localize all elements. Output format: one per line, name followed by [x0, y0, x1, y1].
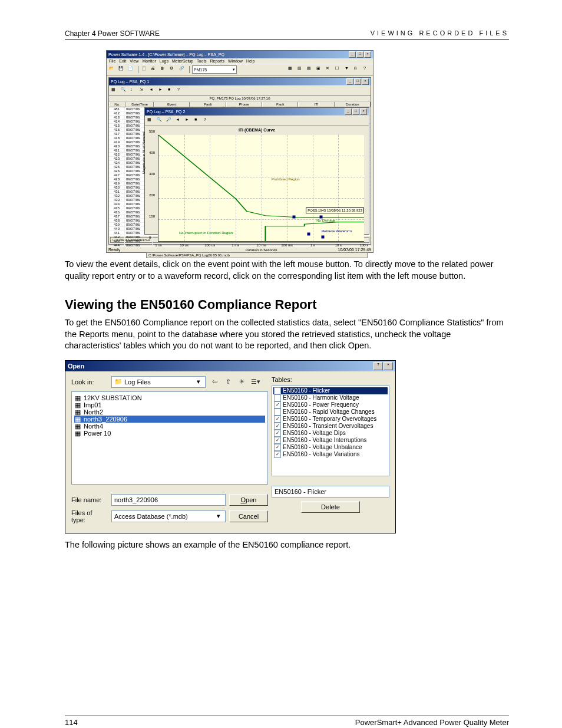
preview-icon[interactable]: 🗎	[160, 65, 168, 74]
menu-view[interactable]: View	[130, 59, 138, 63]
checkbox[interactable]: ✓	[274, 451, 281, 458]
close-icon[interactable]: ×	[384, 362, 393, 370]
back-icon[interactable]: ⇦	[209, 377, 220, 387]
col-event[interactable]: Event	[154, 102, 190, 107]
file-item[interactable]: ▦Imp01	[74, 401, 265, 409]
minimize-icon[interactable]: _	[346, 78, 353, 85]
menu-file[interactable]: File	[109, 59, 115, 63]
tool-icon[interactable]: ?	[363, 65, 371, 74]
tool-icon[interactable]: ▣	[316, 65, 324, 74]
views-icon[interactable]: ☰▾	[250, 377, 261, 387]
inner1-titlebar[interactable]: PQ Log – PSA_PQ 1 _ □ ×	[109, 78, 371, 85]
help-icon[interactable]: ?	[177, 87, 185, 95]
inner2-titlebar[interactable]: PQ Log – PSA_PQ 2 _ □ ×	[145, 108, 369, 116]
col-iti[interactable]: ITI	[298, 102, 334, 107]
event-point[interactable]	[307, 232, 310, 235]
up-icon[interactable]: ⇧	[223, 377, 234, 387]
event-point[interactable]	[319, 216, 322, 219]
checkbox[interactable]: ✓	[274, 444, 281, 451]
table-row[interactable]: 44409/07/06	[109, 243, 371, 248]
menu-tools[interactable]: Tools	[197, 59, 206, 63]
checkbox[interactable]	[274, 387, 281, 394]
checkbox[interactable]: ✓	[274, 430, 281, 437]
checkbox[interactable]	[274, 409, 281, 416]
file-item[interactable]: ▦Power 10	[74, 430, 265, 437]
file-item[interactable]: ▦North4	[74, 423, 265, 430]
lookin-combo[interactable]: 📁 Log Files ▾	[111, 376, 206, 388]
checkbox[interactable]	[274, 394, 281, 401]
delete-button[interactable]: Delete	[301, 501, 360, 513]
file-item[interactable]: ▦North2	[74, 409, 265, 416]
nav-icon[interactable]: ◄	[148, 87, 157, 95]
event-point[interactable]	[293, 216, 296, 219]
filename-input[interactable]: north3_220906	[111, 494, 226, 506]
menu-metersetup[interactable]: MeterSetup	[172, 59, 193, 63]
open-button[interactable]: Open	[229, 494, 268, 506]
tool-icon[interactable]: ▦	[287, 65, 296, 74]
zoomout-icon[interactable]: 🔎	[166, 117, 174, 125]
settings-icon[interactable]: ⚙	[169, 65, 177, 74]
grid-icon[interactable]: ▦	[147, 117, 155, 125]
main-titlebar[interactable]: Power Software 1.4 - [C:\Power Software]…	[107, 51, 373, 58]
col-no[interactable]: No.	[109, 102, 125, 107]
cancel-button[interactable]: Cancel	[229, 510, 268, 522]
table-item[interactable]: ✓EN50160 - Voltage Variations	[273, 451, 388, 458]
maximize-icon[interactable]: □	[354, 78, 361, 85]
chart-window[interactable]: PQ Log – PSA_PQ 2 _ □ × ▦ 🔍 🔎 ◄	[144, 107, 369, 235]
table-item[interactable]: ✓EN50160 - Transient Overvoltages	[273, 423, 388, 430]
nav-icon[interactable]: ◄	[175, 117, 183, 125]
newfolder-icon[interactable]: ✳	[236, 377, 247, 387]
table-item[interactable]: EN50160 - Rapid Voltage Changes	[273, 409, 388, 416]
filetype-combo[interactable]: Access Database (*.mdb) ▾	[111, 510, 226, 522]
table-item[interactable]: ✓EN50160 - Voltage Interruptions	[273, 437, 388, 444]
file-item[interactable]: ▦north3_220906	[74, 416, 265, 423]
table-item[interactable]: ✓EN50160 - Voltage Dips	[273, 430, 388, 437]
print-icon[interactable]: 🖨	[150, 65, 158, 74]
checkbox[interactable]: ✓	[274, 416, 281, 423]
col-duration[interactable]: Duration	[335, 102, 371, 107]
tool-icon[interactable]: ✕	[325, 65, 333, 74]
tool-icon[interactable]: ☐	[335, 65, 343, 74]
table-item[interactable]: ✓EN50160 - Voltage Unbalance	[273, 444, 388, 451]
tool-icon[interactable]: ▤	[306, 65, 315, 74]
close-icon[interactable]: ×	[362, 78, 369, 85]
close-icon[interactable]: ×	[360, 108, 367, 115]
help-icon[interactable]: ?	[373, 362, 383, 370]
col-datetime[interactable]: Date/Time	[125, 102, 154, 107]
report-icon[interactable]: 📄	[127, 65, 135, 74]
grid-icon[interactable]: ▦	[111, 87, 119, 95]
save-icon[interactable]: 💾	[118, 65, 126, 74]
tool-icon[interactable]: ⎙	[353, 65, 362, 74]
device-combo[interactable]: PM175 ▾	[192, 65, 237, 74]
table-item[interactable]: EN50160 - Harmonic Voltage	[273, 394, 388, 401]
maximize-icon[interactable]: □	[356, 51, 363, 58]
col-phase[interactable]: Phase	[226, 102, 262, 107]
event-point[interactable]	[322, 236, 325, 239]
export-icon[interactable]: ⇲	[139, 87, 147, 95]
nav-icon[interactable]: ►	[158, 87, 166, 95]
help-icon[interactable]: ?	[203, 117, 211, 125]
chart-area[interactable]: 0 100 200 300 400 500 1 us 10 us 100 us …	[158, 135, 364, 242]
dialog-titlebar[interactable]: Open ? ×	[65, 361, 395, 371]
retrieve-label[interactable]: Retrieve Waveform	[322, 229, 352, 233]
zoom-icon[interactable]: 🔍	[156, 117, 164, 125]
menu-reports[interactable]: Reports	[210, 59, 224, 63]
menu-window[interactable]: Window	[228, 59, 243, 63]
tool-icon[interactable]: ▥	[297, 65, 305, 74]
stop-icon[interactable]: ■	[167, 87, 176, 95]
maximize-icon[interactable]: □	[352, 108, 359, 115]
nav-icon[interactable]: ►	[184, 117, 193, 125]
stop-icon[interactable]: ■	[194, 117, 202, 125]
tool-icon[interactable]: ▼	[344, 65, 352, 74]
copy-icon[interactable]: 📋	[141, 65, 149, 74]
table-item[interactable]: ✓EN50160 - Power Frequency	[273, 401, 388, 409]
open-icon[interactable]: 📂	[108, 65, 117, 74]
menu-help[interactable]: Help	[246, 59, 254, 63]
menu-edit[interactable]: Edit	[119, 59, 126, 63]
table-item[interactable]: EN50160 - Flicker	[273, 387, 388, 394]
file-item[interactable]: ▦12KV SUBSTATION	[74, 394, 265, 401]
col-fault2[interactable]: Fault	[262, 102, 298, 107]
menu-logs[interactable]: Logs	[160, 59, 168, 63]
close-icon[interactable]: ×	[364, 51, 371, 58]
file-list[interactable]: ▦12KV SUBSTATION▦Imp01▦North2▦north3_220…	[71, 391, 268, 485]
